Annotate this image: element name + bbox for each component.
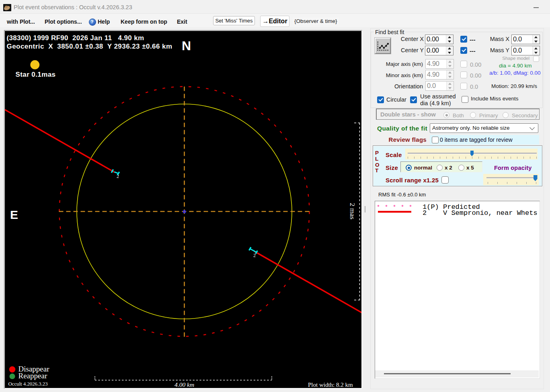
svg-text:Plot width: 8.2 km: Plot width: 8.2 km bbox=[308, 382, 353, 388]
svg-text:2 V Sempronio, near Whets: 2 V Sempronio, near Whets bbox=[423, 209, 538, 217]
svg-text:2: 2 bbox=[117, 174, 119, 179]
svg-text:Geocentric X 3850.01 ±0.38: Geocentric X 3850.01 ±0.38 Y 2936.23 ±0.… bbox=[7, 43, 172, 50]
svg-text:Star 0.1mas: Star 0.1mas bbox=[16, 71, 56, 78]
svg-text:(38300) 1999 RF90 2026 Jan 11: (38300) 1999 RF90 2026 Jan 11 4.90 km bbox=[7, 34, 144, 42]
svg-text:Reappear: Reappear bbox=[18, 372, 47, 380]
svg-text:E: E bbox=[10, 208, 18, 221]
svg-text:Occult 4.2026.3.23: Occult 4.2026.3.23 bbox=[8, 381, 48, 387]
svg-text:2 mas: 2 mas bbox=[349, 203, 357, 220]
svg-text:N: N bbox=[182, 39, 191, 53]
svg-text:4.00 km: 4.00 km bbox=[174, 381, 194, 388]
svg-text:2: 2 bbox=[253, 253, 256, 258]
